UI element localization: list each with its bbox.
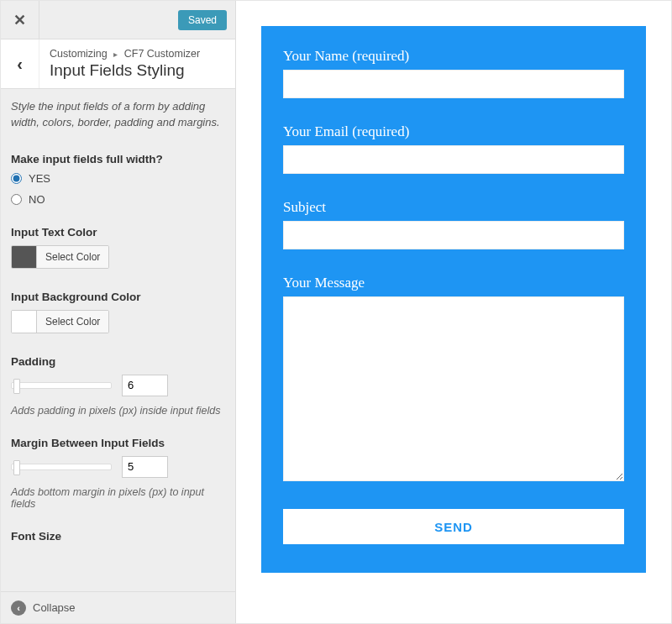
- panel-description: Style the input fields of a form by addi…: [11, 99, 225, 131]
- radio-no-label: NO: [29, 193, 45, 206]
- breadcrumb: Customizing ▸ CF7 Customizer: [50, 48, 225, 60]
- send-button[interactable]: SEND: [283, 509, 624, 544]
- control-bg-color: Input Background Color Select Color: [11, 291, 225, 335]
- breadcrumb-root: Customizing: [50, 48, 108, 60]
- collapse-label: Collapse: [33, 601, 76, 614]
- contact-form: Your Name (required) Your Email (require…: [261, 26, 646, 573]
- control-help: Adds bottom margin in pixels (px) to inp…: [11, 486, 225, 510]
- sidebar-title-box: Customizing ▸ CF7 Customizer Input Field…: [39, 39, 235, 88]
- chevron-left-icon: ‹: [17, 55, 23, 74]
- control-label: Input Background Color: [11, 291, 225, 303]
- panel-title: Input Fields Styling: [50, 61, 225, 80]
- back-button[interactable]: ‹: [1, 39, 39, 88]
- margin-slider[interactable]: [11, 464, 112, 470]
- control-padding: Padding Adds padding in pixels (px) insi…: [11, 355, 225, 417]
- slider-thumb[interactable]: [13, 379, 20, 394]
- control-help: Adds padding in pixels (px) inside input…: [11, 405, 225, 417]
- field-label: Your Name (required): [283, 48, 624, 65]
- padding-input[interactable]: [122, 375, 168, 396]
- sidebar-header: ‹ Customizing ▸ CF7 Customizer Input Fie…: [1, 39, 235, 89]
- select-color-button[interactable]: Select Color: [37, 246, 108, 268]
- radio-no-row[interactable]: NO: [11, 193, 225, 206]
- slider-thumb[interactable]: [13, 460, 20, 475]
- color-swatch: [12, 311, 37, 333]
- field-message: Your Message: [283, 275, 624, 484]
- control-font-size: Font Size: [11, 530, 225, 543]
- subject-input[interactable]: [283, 221, 624, 249]
- field-email: Your Email (required): [283, 123, 624, 174]
- control-label: Font Size: [11, 530, 225, 543]
- control-label: Input Text Color: [11, 226, 225, 239]
- field-label: Your Message: [283, 275, 624, 291]
- breadcrumb-leaf: CF7 Customizer: [124, 48, 200, 60]
- control-full-width: Make input fields full width? YES NO: [11, 153, 225, 206]
- sidebar-body: Style the input fields of a form by addi…: [1, 89, 235, 623]
- margin-input[interactable]: [122, 456, 168, 478]
- radio-yes-label: YES: [29, 172, 50, 185]
- message-textarea[interactable]: [283, 296, 624, 481]
- saved-badge: Saved: [178, 10, 227, 30]
- color-picker-bg[interactable]: Select Color: [11, 310, 109, 333]
- email-input[interactable]: [283, 145, 624, 174]
- field-name: Your Name (required): [283, 48, 624, 98]
- close-button[interactable]: ✕: [1, 1, 39, 39]
- color-swatch: [12, 246, 37, 268]
- control-margin: Margin Between Input Fields Adds bottom …: [11, 437, 225, 510]
- select-color-button[interactable]: Select Color: [37, 311, 108, 333]
- radio-yes[interactable]: [11, 173, 22, 184]
- sidebar-topbar: ✕ Saved: [1, 1, 235, 39]
- field-subject: Subject: [283, 199, 624, 249]
- field-label: Subject: [283, 199, 624, 216]
- control-text-color: Input Text Color Select Color: [11, 226, 225, 270]
- collapse-button[interactable]: ‹ Collapse: [1, 591, 235, 623]
- customizer-sidebar: ✕ Saved ‹ Customizing ▸ CF7 Customizer I…: [1, 1, 236, 623]
- color-picker-text[interactable]: Select Color: [11, 245, 109, 269]
- close-icon: ✕: [13, 11, 26, 29]
- field-label: Your Email (required): [283, 123, 624, 140]
- padding-slider[interactable]: [11, 382, 112, 389]
- chevron-right-icon: ▸: [113, 50, 118, 59]
- chevron-left-circle-icon: ‹: [11, 600, 26, 616]
- name-input[interactable]: [283, 70, 624, 98]
- control-label: Make input fields full width?: [11, 153, 225, 165]
- preview-pane: Your Name (required) Your Email (require…: [236, 1, 671, 623]
- control-label: Padding: [11, 355, 225, 368]
- radio-yes-row[interactable]: YES: [11, 172, 225, 185]
- radio-no[interactable]: [11, 194, 22, 205]
- control-label: Margin Between Input Fields: [11, 437, 225, 449]
